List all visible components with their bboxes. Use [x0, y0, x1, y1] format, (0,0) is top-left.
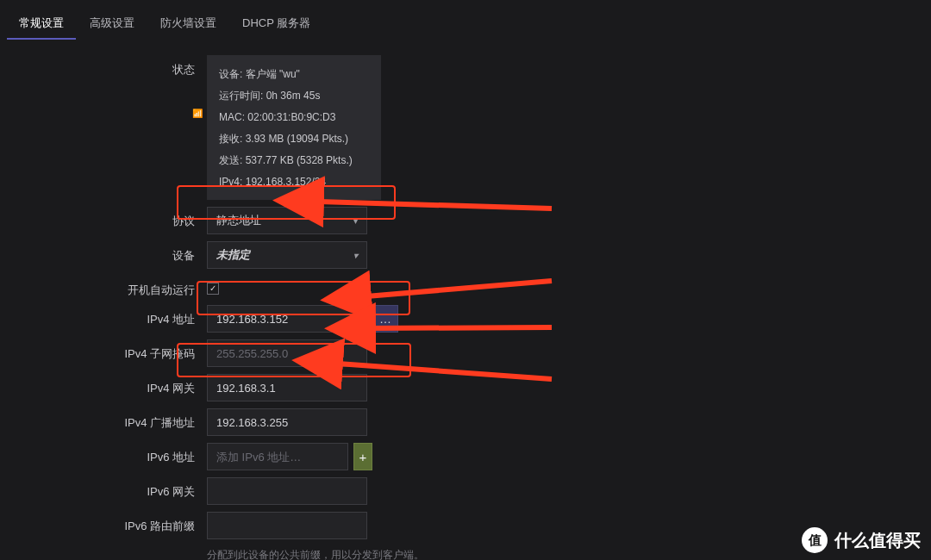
status-ipv4: IPv4: 192.168.3.152/24 — [219, 171, 369, 193]
button-ipv4-more[interactable]: … — [372, 305, 398, 333]
status-box: 📶 设备: 客户端 "wu" 运行时间: 0h 36m 45s MAC: 02:… — [207, 55, 381, 200]
status-device: 设备: 客户端 "wu" — [219, 64, 369, 85]
label-protocol: 协议 — [0, 207, 207, 229]
label-ipv6-prefix: IPv6 路由前缀 — [0, 512, 207, 534]
label-ipv6-address: IPv6 地址 — [0, 443, 207, 465]
watermark-badge: 值 — [802, 527, 828, 553]
hint-ipv6-prefix: 分配到此设备的公共前缀，用以分发到客户端。 — [207, 548, 424, 560]
select-protocol-value: 静态地址 — [216, 213, 261, 228]
input-ipv4-gateway[interactable] — [207, 374, 367, 401]
tab-firewall[interactable]: 防火墙设置 — [148, 7, 228, 40]
label-autostart: 开机自动运行 — [0, 276, 207, 298]
tab-dhcp[interactable]: DHCP 服务器 — [230, 7, 322, 40]
input-ipv6-address[interactable] — [207, 443, 348, 470]
select-protocol[interactable]: 静态地址 ▾ — [207, 207, 367, 234]
input-ipv6-gateway[interactable] — [207, 477, 367, 505]
wireless-icon: 📶 — [192, 109, 203, 118]
label-ipv4-mask: IPv4 子网掩码 — [0, 339, 207, 362]
status-tx: 发送: 537.77 KB (5328 Pkts.) — [219, 150, 369, 171]
status-rx: 接收: 3.93 MB (19094 Pkts.) — [219, 128, 369, 150]
input-ipv4-address[interactable] — [207, 305, 367, 333]
status-mac: MAC: 02:00:31:B0:9C:D3 — [219, 107, 369, 128]
input-ipv4-broadcast[interactable] — [207, 408, 367, 436]
select-device[interactable]: 未指定 ▾ — [207, 241, 367, 269]
label-ipv4-gateway: IPv4 网关 — [0, 374, 207, 396]
input-ipv6-prefix[interactable] — [207, 512, 367, 539]
select-device-value: 未指定 — [216, 247, 250, 263]
chevron-down-icon: ▾ — [353, 216, 358, 226]
tab-advanced[interactable]: 高级设置 — [78, 7, 147, 40]
label-ipv4-address: IPv4 地址 — [0, 305, 207, 327]
checkbox-autostart[interactable]: ✓ — [207, 283, 219, 295]
label-ipv4-broadcast: IPv4 广播地址 — [0, 408, 207, 431]
chevron-down-icon: ▾ — [353, 251, 358, 260]
watermark-text: 什么值得买 — [834, 529, 921, 552]
interface-form: 状态 📶 设备: 客户端 "wu" 运行时间: 0h 36m 45s MAC: … — [0, 55, 931, 560]
input-ipv4-mask[interactable] — [207, 339, 367, 367]
label-ipv6-gateway: IPv6 网关 — [0, 477, 207, 500]
label-device: 设备 — [0, 241, 207, 264]
watermark: 值 什么值得买 — [802, 527, 921, 553]
status-uptime: 运行时间: 0h 36m 45s — [219, 85, 369, 107]
tab-general[interactable]: 常规设置 — [7, 7, 76, 40]
label-status: 状态 — [0, 55, 207, 78]
settings-tabs: 常规设置 高级设置 防火墙设置 DHCP 服务器 — [0, 0, 931, 40]
button-ipv6-add[interactable]: + — [353, 443, 372, 470]
